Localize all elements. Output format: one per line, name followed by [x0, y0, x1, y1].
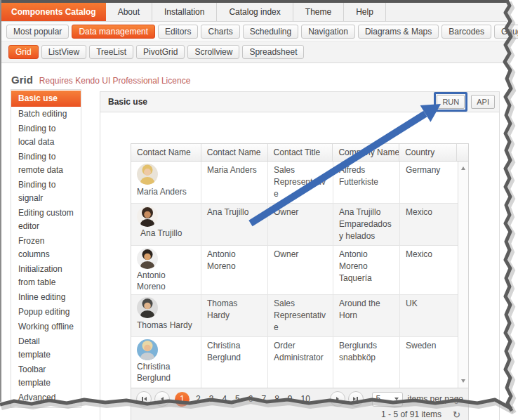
page-8-button[interactable]: 8: [270, 394, 284, 404]
avatar: [137, 339, 158, 360]
refresh-icon[interactable]: ↻: [453, 410, 460, 419]
tab-editors[interactable]: Editors: [158, 25, 198, 39]
sidebar-item-advanced[interactable]: Advanced: [11, 391, 81, 405]
page-title: GridRequires Kendo UI Professional Licen…: [11, 74, 507, 86]
sidebar-item-binding-local[interactable]: Binding to local data: [11, 122, 81, 150]
tab-listview[interactable]: ListView: [41, 45, 86, 59]
page-title-text: Grid: [11, 74, 33, 86]
column-header-contact-name[interactable]: Contact Name: [201, 144, 268, 161]
api-button[interactable]: API: [471, 95, 495, 109]
sidebar-item-initialization-from-table[interactable]: Initialization from table: [11, 262, 81, 290]
items-per-page-label: items per page: [408, 394, 463, 404]
nav-item-theme[interactable]: Theme: [293, 2, 344, 21]
last-page-icon: [357, 397, 358, 402]
contact-photo-cell: Antonio Moreno: [131, 246, 201, 294]
sidebar-item-frozen-columns[interactable]: Frozen columns: [11, 234, 81, 262]
tab-grid[interactable]: Grid: [8, 45, 39, 59]
table-row[interactable]: Ana Trujillo Ana Trujillo Owner Ana Truj…: [131, 204, 458, 246]
scroll-up-icon[interactable]: [461, 164, 465, 170]
table-row[interactable]: Thomas Hardy Thomas Hardy Sales Represen…: [131, 295, 458, 337]
column-header-country[interactable]: Country: [399, 144, 457, 161]
page-10-button[interactable]: 10: [297, 394, 314, 404]
sidebar-item-inline-editing[interactable]: Inline editing: [11, 290, 81, 305]
demo-title: Basic use: [108, 97, 147, 107]
sidebar-item-binding-signalr[interactable]: Binding to signalr: [11, 178, 81, 206]
sidebar-item-detail-template[interactable]: Detail template: [11, 334, 81, 362]
tab-gauges[interactable]: Gauges: [494, 25, 518, 39]
tab-scrollview[interactable]: Scrollview: [187, 45, 239, 59]
demo-actions: RUN API: [434, 92, 495, 112]
next-page-button[interactable]: [330, 391, 345, 407]
page-6-button[interactable]: 6: [244, 394, 258, 404]
example-sidebar: Basic use Batch editing Binding to local…: [11, 89, 81, 408]
sidebar-item-editing-custom-editor[interactable]: Editing custom editor: [11, 206, 81, 234]
vertical-scrollbar[interactable]: [458, 162, 468, 388]
tab-barcodes[interactable]: Barcodes: [441, 25, 491, 39]
page-1-button-current[interactable]: 1: [175, 392, 190, 407]
primary-nav: Components Catalog About Installation Ca…: [1, 2, 507, 22]
contact-title-cell: Owner: [268, 204, 333, 245]
contact-photo-name: Antonio Moreno: [137, 270, 195, 292]
column-header-company-name[interactable]: Company Name: [333, 144, 399, 161]
nav-item-help[interactable]: Help: [344, 2, 386, 21]
pager-controls: 1 2 3 4 5 6 7 8 9 10 ...: [136, 391, 463, 407]
tab-data-management[interactable]: Data management: [72, 25, 155, 39]
page-2-button[interactable]: 2: [192, 394, 205, 404]
column-header-contact-photo[interactable]: Contact Name: [131, 144, 201, 161]
contact-title-cell: Owner: [268, 246, 333, 294]
more-pages-button[interactable]: ...: [314, 394, 330, 404]
scroll-down-icon[interactable]: [461, 379, 465, 385]
run-button-highlight: RUN: [434, 92, 467, 112]
page-5-button[interactable]: 5: [231, 394, 244, 404]
tab-pivotgrid[interactable]: PivotGrid: [136, 45, 185, 59]
tab-spreadsheet[interactable]: Spreadsheet: [242, 45, 304, 59]
table-row[interactable]: Antonio Moreno Antonio Moreno Owner Anto…: [131, 246, 458, 295]
chevron-down-icon: [394, 398, 399, 400]
contact-photo-cell: Christina Berglund: [131, 337, 201, 388]
sidebar-item-working-offline[interactable]: Working offline: [11, 320, 81, 334]
country-cell: Mexico: [400, 204, 458, 245]
company-name-cell: Ana Trujillo Emparedados y helados: [333, 204, 400, 245]
tab-navigation[interactable]: Navigation: [301, 25, 355, 39]
grid-pager: 1 2 3 4 5 6 7 8 9 10 ...: [131, 388, 468, 420]
page-9-button[interactable]: 9: [284, 394, 297, 404]
company-name-cell: Antonio Moreno Taquería: [333, 246, 400, 294]
run-button[interactable]: RUN: [437, 95, 465, 109]
nav-item-about[interactable]: About: [106, 2, 152, 21]
demo-panel-header: Basic use RUN API: [100, 92, 499, 112]
contact-name-cell: Christina Berglund: [201, 337, 268, 388]
sidebar-item-batch-editing[interactable]: Batch editing: [11, 107, 81, 122]
page-4-button[interactable]: 4: [218, 394, 231, 404]
category-nav: Most popular Data management Editors Cha…: [1, 22, 507, 41]
tab-most-popular[interactable]: Most popular: [6, 25, 69, 39]
page-7-button[interactable]: 7: [257, 394, 270, 404]
sidebar-item-basic-use[interactable]: Basic use: [11, 91, 81, 107]
table-row[interactable]: Christina Berglund Christina Berglund Or…: [131, 337, 458, 388]
first-page-icon: [142, 397, 143, 402]
pager-info-row: 1 - 5 of 91 items ↻: [136, 409, 463, 419]
nav-item-components-catalog[interactable]: Components Catalog: [1, 2, 106, 21]
app-window: Components Catalog About Installation Ca…: [1, 2, 507, 420]
tab-treelist[interactable]: TreeList: [89, 45, 133, 59]
contact-photo-cell: Maria Anders: [131, 162, 201, 203]
last-page-button[interactable]: [348, 391, 364, 407]
tab-scheduling[interactable]: Scheduling: [243, 25, 298, 39]
sidebar-item-toolbar-template[interactable]: Toolbar template: [11, 362, 81, 391]
table-row[interactable]: Maria Anders Maria Anders Sales Represen…: [131, 162, 458, 204]
sidebar-item-popup-editing[interactable]: Popup editing: [11, 305, 81, 320]
sidebar-item-binding-remote[interactable]: Binding to remote data: [11, 150, 81, 178]
previous-page-button[interactable]: [154, 391, 170, 407]
nav-item-catalog-index[interactable]: Catalog index: [217, 2, 293, 21]
demo-panel-body: Contact Name Contact Name Contact Title …: [100, 143, 499, 420]
first-page-button[interactable]: [136, 391, 152, 407]
contact-photo-name: Thomas Hardy: [137, 320, 192, 331]
nav-item-installation[interactable]: Installation: [152, 2, 217, 21]
page-3-button[interactable]: 3: [205, 394, 218, 404]
page-size-dropdown[interactable]: 5: [372, 392, 403, 407]
tab-diagrams-maps[interactable]: Diagrams & Maps: [358, 25, 439, 39]
column-header-contact-title[interactable]: Contact Title: [268, 144, 333, 161]
pager-info: 1 - 5 of 91 items: [381, 409, 441, 419]
next-page-icon: [336, 397, 339, 401]
tab-charts[interactable]: Charts: [201, 25, 239, 39]
company-name-cell: Alfreds Futterkiste: [333, 162, 400, 203]
